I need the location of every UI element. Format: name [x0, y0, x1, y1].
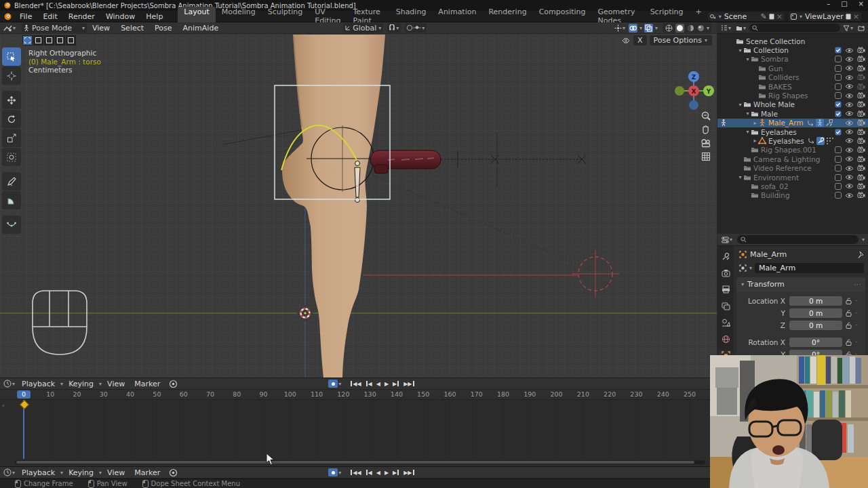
filter-funnel-icon[interactable]: ▾: [843, 25, 854, 31]
hide-eye-icon[interactable]: [845, 183, 854, 189]
render-camera-icon[interactable]: [857, 92, 865, 99]
menu-file[interactable]: File: [14, 12, 37, 21]
render-camera-icon[interactable]: [857, 165, 865, 171]
exclude-checkbox[interactable]: [835, 174, 842, 181]
hide-eye-icon[interactable]: [845, 93, 854, 99]
hide-eye-icon[interactable]: [845, 174, 854, 180]
timeline-scrollbar[interactable]: [15, 460, 705, 464]
select-mode-new[interactable]: [22, 35, 33, 45]
tool-tweak-select[interactable]: [2, 47, 21, 66]
viewport-menu-select[interactable]: Select: [115, 24, 149, 33]
render-camera-icon[interactable]: [857, 65, 865, 72]
viewport-3d[interactable]: Z Y X: [0, 22, 717, 378]
outliner-row[interactable]: ▾Sombra: [717, 55, 868, 64]
snapping-controls[interactable]: ▾: [387, 23, 401, 33]
properties-tab-output[interactable]: [718, 285, 733, 295]
render-camera-icon[interactable]: [857, 47, 865, 54]
dopesheet-menu-keying[interactable]: Keying: [64, 468, 98, 477]
editor-type-icon[interactable]: ▾: [3, 24, 16, 32]
viewlayer-selector[interactable]: ▾ ViewLayer ×: [789, 12, 861, 21]
playhead-frame-label[interactable]: 0: [17, 390, 31, 399]
outliner-search-input[interactable]: [749, 24, 840, 32]
next-keyframe-button[interactable]: ▶: [391, 470, 401, 476]
render-camera-icon[interactable]: [857, 138, 865, 144]
disclosure-arrow-icon[interactable]: ▸: [752, 138, 758, 144]
app-menu-icon[interactable]: [4, 13, 12, 20]
outliner-item-label[interactable]: Sombra: [761, 55, 789, 63]
exclude-checkbox[interactable]: [835, 165, 842, 171]
select-mode-intersect[interactable]: [66, 35, 76, 45]
channels-collapse-arrow[interactable]: ‹: [2, 402, 5, 409]
pin-icon[interactable]: ✎: [761, 12, 767, 21]
render-camera-icon[interactable]: [857, 129, 865, 136]
magnet-icon[interactable]: [389, 24, 395, 31]
outliner-row[interactable]: ▾Whole Male: [717, 100, 868, 109]
lock-open-icon[interactable]: [846, 322, 852, 329]
render-camera-icon[interactable]: [857, 174, 865, 181]
viewport-menu-view[interactable]: View: [87, 24, 115, 33]
render-camera-icon[interactable]: [857, 146, 865, 153]
outliner-item-label[interactable]: Male: [761, 110, 778, 118]
hide-eye-icon[interactable]: [845, 129, 854, 135]
play-reverse-button[interactable]: ◀: [375, 381, 382, 387]
outliner-filter-collection-icon[interactable]: ▾: [736, 25, 747, 31]
outliner-item-label[interactable]: Eyelashes: [768, 137, 804, 145]
hide-eye-icon[interactable]: [845, 65, 854, 71]
tool-transform[interactable]: [2, 148, 21, 166]
render-camera-icon[interactable]: [857, 101, 865, 108]
chevron-down-icon[interactable]: ▾: [338, 381, 341, 387]
hide-eye-icon[interactable]: [845, 156, 854, 162]
childof-icon[interactable]: [808, 138, 815, 144]
render-camera-icon[interactable]: [857, 56, 865, 62]
select-mode-invert[interactable]: [55, 35, 65, 45]
object-data-icon[interactable]: [739, 264, 747, 272]
render-camera-icon[interactable]: [857, 192, 865, 199]
navigation-gizmo[interactable]: Z Y X: [668, 68, 717, 113]
transform-value-field[interactable]: 0 m: [789, 308, 842, 318]
outliner-item-label[interactable]: Rig Shapes.001: [761, 146, 816, 154]
lock-open-icon[interactable]: [846, 298, 852, 304]
lock-open-icon[interactable]: [846, 310, 852, 317]
tool-pose-breakdowner[interactable]: [2, 216, 21, 234]
animate-dot-icon[interactable]: ·: [855, 298, 857, 304]
outliner-row[interactable]: BAKES: [717, 82, 868, 91]
minimize-button[interactable]: –: [827, 0, 830, 7]
close-button[interactable]: ×: [859, 0, 864, 7]
outliner-row[interactable]: Colliders: [717, 73, 868, 82]
animate-dot-icon[interactable]: ·: [855, 322, 857, 329]
gun-object[interactable]: [370, 150, 586, 174]
zoom-view-icon[interactable]: [701, 110, 711, 121]
solid-shading-icon[interactable]: [675, 24, 684, 33]
select-mode-subtract[interactable]: [44, 35, 54, 45]
outliner-item-label[interactable]: Colliders: [768, 73, 799, 81]
outliner-row[interactable]: ▸Eyelashes: [717, 136, 868, 145]
transform-value-field[interactable]: 0 m: [789, 296, 842, 306]
scene-selector[interactable]: ▾ Scene ✎ ×: [708, 12, 785, 21]
dopesheet-editor-type-icon[interactable]: ▾: [3, 468, 16, 476]
exclude-checkbox[interactable]: [835, 92, 842, 99]
properties-tab-tool[interactable]: [718, 251, 733, 262]
mirror-x-button[interactable]: X: [633, 35, 647, 45]
object-name-field[interactable]: Male_Arm: [755, 263, 864, 273]
outliner-item-label[interactable]: Scene Collection: [746, 37, 805, 45]
transform-panel-header[interactable]: ▾ Transform ⋯: [736, 277, 865, 291]
gizmo-y-neg-axis[interactable]: [675, 86, 684, 96]
pose-blue-icon[interactable]: [816, 119, 824, 127]
timeline-editor-type-icon[interactable]: ▾: [3, 380, 16, 388]
pan-view-hand-icon[interactable]: [701, 124, 711, 135]
gizmo-z-neg-axis[interactable]: [689, 100, 698, 110]
timeline-menu-marker[interactable]: Marker: [130, 380, 165, 388]
camera-view-icon[interactable]: [701, 138, 711, 148]
outliner-row[interactable]: Rig Shapes: [717, 91, 868, 100]
render-camera-icon[interactable]: [857, 83, 865, 90]
chevron-down-icon[interactable]: ▾: [338, 470, 341, 476]
render-camera-icon[interactable]: [857, 156, 865, 163]
outliner-row[interactable]: ▾Male: [717, 109, 868, 118]
properties-tab-scene[interactable]: [718, 318, 733, 328]
next-keyframe-button[interactable]: ▶: [391, 381, 401, 387]
tool-scale[interactable]: [2, 129, 21, 147]
display-mode-icon[interactable]: ▾: [721, 24, 732, 31]
properties-tab-viewlayer[interactable]: [718, 301, 733, 311]
outliner-row[interactable]: Video Reference: [717, 163, 868, 172]
viewport-menu-animaide[interactable]: AnimAide: [178, 24, 224, 33]
